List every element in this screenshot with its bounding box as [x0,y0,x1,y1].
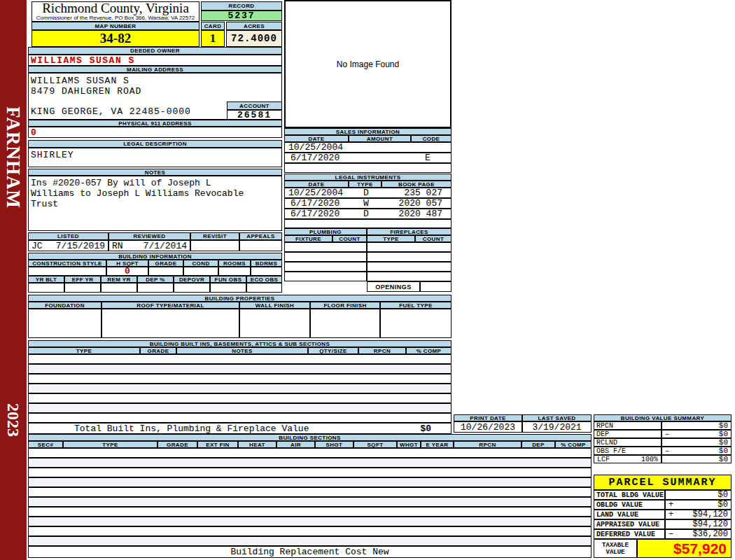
roof-header: ROOF TYPE/MATERIAL [102,302,239,309]
instr-date: 6/17/2020 [285,209,340,219]
hsqft-value: 0 [106,267,148,276]
bvs-label: LCF [597,456,610,463]
sales-row: 10/25/2004 [284,142,451,153]
dep-pct-header: DEP % [137,276,174,283]
built-ins-grade-header: GRADE [140,347,176,354]
card-label: CARD [201,22,225,30]
instrument-row [284,219,451,228]
instr-bookpage: 2020 057 [399,198,442,209]
ps-value: $0 [718,500,728,510]
last-saved-value: 3/19/2021 [522,421,592,433]
bvs-op: – [665,447,670,455]
print-date-label: PRINT DATE [454,414,522,421]
print-date-value: 10/26/2023 [454,421,522,433]
bvs-value-cell: – $0 [662,430,732,438]
deeded-owner-value: WILLIAMS SUSAN S [28,55,282,66]
ps-value: $94,120 [693,519,728,529]
openings-value [420,281,451,292]
bvs-value-cell: – $0 [662,447,732,455]
built-ins-total-value: $0 [420,424,431,434]
built-ins-comp-header: % COMP [406,347,451,354]
card-value: 1 [201,30,225,47]
fireplace-row [367,242,451,252]
building-sections-row [28,448,592,458]
year-label: 2023 [0,396,27,444]
bvs-value-cell: $0 [662,421,732,430]
floor-finish-header: FLOOR FINISH [310,302,380,309]
instr-date: 6/17/2020 [285,198,340,209]
fixture-count-header: COUNT [332,235,367,242]
grade-header: GRADE [148,260,183,267]
built-ins-row [28,354,451,364]
plumbing-row [284,262,367,272]
hsqft-header: H SQFT [106,260,148,267]
sales-date-header: DATE [284,135,349,142]
sec-comp-header: % COMP [555,441,592,448]
ps-value: $94,120 [693,510,728,519]
bvs-value-cell: $0 [662,455,732,463]
depovr-value [174,283,210,293]
bvs-label: RPCN [594,421,662,430]
acres-label: ACRES [226,22,282,30]
appeals-value [239,240,282,251]
built-ins-row [28,403,451,413]
cond-header: COND [183,260,218,267]
grade-value [148,267,183,276]
mailing-address-label: MAILING ADDRESS [28,66,282,73]
acres-value: 72.4000 [226,30,282,47]
fireplace-count-header: COUNT [415,235,451,242]
legal-description-label: LEGAL DESCRIPTION [28,140,282,148]
openings-label: OPENINGS [367,281,420,292]
sec-heat-header: HEAT [238,441,276,448]
instr-type-header: TYPE [349,181,382,188]
listed-value: JC 7/15/2019 [28,240,108,251]
built-ins-row [28,364,451,374]
building-sections-row [28,477,592,487]
account-label: ACCOUNT [227,102,282,110]
fixture-header: FIXTURE [284,235,332,242]
fireplace-type-header: TYPE [367,235,415,242]
construction-style-value [28,267,106,276]
building-sections-row [28,526,592,536]
foundation-value [28,309,102,338]
bvs-value: $0 [719,455,728,463]
ps-value-cell: $0 [665,490,732,500]
construction-style-header: CONSTRUCTION STYLE [28,260,106,267]
effyr-header: EFF YR [64,276,101,283]
fuel-type-value [380,309,451,338]
ps-op: + [668,510,673,519]
building-sections-row [28,517,592,526]
instr-date-header: DATE [284,181,349,188]
appeals-header: APPEALS [239,232,282,240]
instr-bookpage: 235 027 [404,188,442,198]
building-sections-row [28,487,592,497]
notes-box: Ins #2020-057 By will of Joseph L Willia… [28,176,282,231]
bdrms-value [251,267,282,276]
sidebar: FARNHAM 2023 [0,0,27,560]
sec-grade-header: GRADE [158,441,197,448]
mailing-line: 8479 DAHLGREN ROAD [31,86,141,97]
building-sections-title: BUILDING SECTIONS [28,434,592,441]
sale-code: E [425,153,430,163]
built-ins-row [28,384,451,393]
rooms-header: ROOMS [218,260,251,267]
account-value: 26581 [227,110,282,120]
ps-value-cell: – $36,200 [665,529,732,539]
bvs-label: DEP [594,430,662,438]
bvs-op: – [665,430,670,438]
ps-value-cell: + $94,120 [665,510,732,519]
mailing-line: KING GEORGE, VA 22485-0000 [31,106,191,117]
instrument-row: 6/17/2020 W 2020 057 [284,198,451,209]
sec-extfin-header: EXT FIN [197,441,238,448]
bvs-value-cell: $0 [662,438,732,447]
building-sections-row [28,497,592,507]
depovr-header: DEPOVR [174,276,210,283]
yrblt-value [28,283,64,293]
sec-air-header: AIR [276,441,315,448]
fuel-type-header: FUEL TYPE [380,302,451,309]
map-number-value: 34-82 [31,30,200,47]
ps-label: DEFERRED VALUE [594,529,665,539]
sec-dep-header: DEP [522,441,555,448]
photo-placeholder: No Image Found [284,0,451,128]
county-title: Richmond County, Virginia [32,2,199,15]
